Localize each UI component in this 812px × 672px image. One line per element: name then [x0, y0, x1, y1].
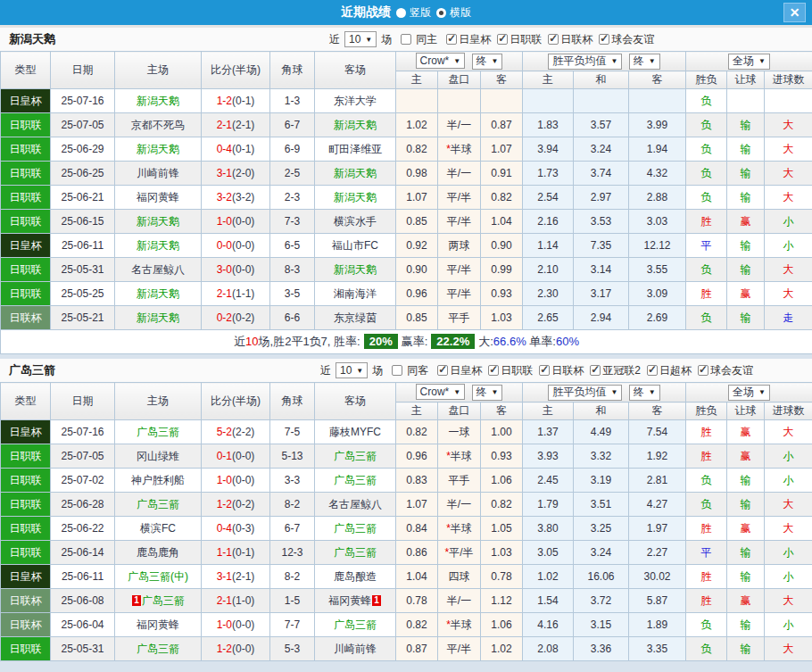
league-checkbox[interactable]	[647, 365, 658, 376]
handicap-result-cell: 输	[727, 234, 765, 258]
mean-away-cell: 7.54	[629, 420, 686, 444]
odds-stage-select[interactable]: 终▼	[472, 385, 503, 401]
odds-away-cell: 1.06	[481, 613, 523, 637]
odds-away-cell: 1.12	[481, 589, 523, 613]
mean-stage-value: 终	[634, 385, 644, 400]
mean-draw-cell: 3.25	[574, 517, 629, 541]
date-cell: 25-07-16	[51, 89, 115, 113]
league-checkbox-label: 球会友谊	[710, 364, 753, 377]
mean-away-cell: 3.35	[629, 637, 686, 661]
team-name-text: 广岛三箭	[137, 498, 179, 510]
league-checkbox[interactable]	[590, 365, 601, 376]
league-checkbox[interactable]	[488, 365, 499, 376]
team-title: 新潟天鹅	[9, 31, 55, 47]
away-team-cell: 广岛三箭	[315, 469, 396, 493]
home-team-cell: 新潟天鹅	[115, 137, 202, 162]
type-cell: 日职联	[1, 113, 51, 137]
col-mean-draw: 和	[574, 71, 629, 89]
mean-select[interactable]: 胜平负均值▼	[548, 385, 622, 401]
recent-count-select[interactable]: 10▼	[336, 362, 368, 378]
away-team-cell: 广岛三箭	[315, 444, 396, 469]
scope-select[interactable]: 全场▼	[728, 385, 770, 401]
mean-home-cell: 1.37	[523, 420, 574, 444]
odds-home-cell: 1.04	[396, 565, 438, 589]
col-score: 比分(半场)	[202, 383, 270, 420]
league-checkbox[interactable]	[539, 365, 550, 376]
line-text: 平/半	[449, 546, 473, 559]
home-team-cell: 京都不死鸟	[115, 113, 202, 137]
away-team-cell: 东洋大学	[315, 89, 396, 113]
goals-result-cell	[765, 89, 812, 113]
home-team-cell: 新潟天鹅	[115, 210, 202, 234]
profit-rate-badge: 22.2%	[431, 334, 475, 349]
half-score: (0-0)	[232, 215, 254, 228]
recent-count-select[interactable]: 10▼	[344, 31, 377, 47]
date-cell: 25-06-15	[51, 210, 115, 234]
mean-stage-select[interactable]: 终▼	[629, 385, 660, 401]
mean-select[interactable]: 胜平负均值▼	[548, 54, 622, 70]
league-checkbox[interactable]	[599, 34, 609, 45]
team-name-text: 新潟天鹅	[137, 215, 179, 228]
league-checkbox[interactable]	[497, 34, 508, 45]
mean-home-cell: 2.10	[523, 258, 574, 282]
mean-away-cell: 30.02	[629, 565, 686, 589]
full-score: 1-2	[217, 95, 232, 107]
team-name-text: 川崎前锋	[137, 167, 179, 179]
away-team-cell: 新潟天鹅	[315, 186, 396, 210]
radio-vertical-icon[interactable]	[396, 8, 406, 18]
col-mean-away: 客	[629, 71, 686, 89]
radio-vertical[interactable]: 竖版	[396, 5, 431, 21]
bookmaker-select[interactable]: Crow*▼	[416, 384, 466, 400]
table-row: 日皇杯25-07-16新潟天鹅1-2(0-1)1-3东洋大学负	[1, 89, 812, 113]
league-checkbox[interactable]	[437, 365, 448, 376]
same-venue-label: 同客	[407, 363, 428, 378]
mean-draw-cell: 3.36	[574, 637, 629, 661]
line-text: 半球	[451, 143, 472, 155]
line-text: 半球	[451, 450, 472, 462]
mean-stage-select[interactable]: 终▼	[629, 54, 660, 70]
score-cell: 3-0(0-0)	[202, 258, 270, 282]
mean-home-cell	[523, 89, 574, 113]
odds-stage-select[interactable]: 终▼	[472, 54, 503, 70]
type-cell: 日职联	[1, 137, 51, 162]
date-cell: 25-05-31	[51, 258, 115, 282]
same-venue-checkbox[interactable]	[392, 365, 402, 376]
away-team-cell: 福冈黄蜂1	[315, 589, 396, 613]
league-checkbox[interactable]	[446, 34, 457, 45]
corners-cell: 6-9	[270, 137, 315, 162]
half-score: (0-0)	[232, 643, 254, 655]
table-row: 日皇杯25-06-11广岛三箭(中)3-1(2-1)8-2鹿岛酿造1.04四球0…	[1, 565, 812, 589]
handicap-result-cell: 输	[727, 113, 765, 137]
home-team-cell: 新潟天鹅	[115, 282, 202, 306]
radio-horizontal[interactable]: 横版	[436, 5, 471, 21]
league-checkbox[interactable]	[548, 34, 559, 45]
mean-group-header: 胜平负均值▼ 终▼	[523, 52, 686, 71]
summary-cell: 近10场,胜2平1负7, 胜率:20%赢率:22.2%大:66.6% 单率:60…	[1, 330, 812, 354]
type-cell: 日职联	[1, 258, 51, 282]
bookmaker-select[interactable]: Crow*▼	[416, 53, 466, 69]
result-cell: 胜	[686, 282, 727, 306]
half-score: (2-0)	[232, 167, 254, 179]
team-section: 广岛三箭 近 10▼ 场 同客 日皇杯日职联日联杯亚冠联2日超杯球会友谊 类型 …	[0, 359, 812, 661]
half-score: (3-2)	[232, 191, 254, 203]
score-cell: 1-0(0-0)	[202, 613, 270, 637]
same-venue-checkbox[interactable]	[401, 34, 411, 45]
odds-stage-value: 终	[476, 54, 487, 69]
odds-line-cell: 平/半	[438, 258, 481, 282]
radio-horizontal-icon[interactable]	[436, 8, 446, 18]
result-cell: 平	[686, 234, 727, 258]
line-text: 半球	[451, 522, 472, 535]
mean-away-cell: 3.55	[629, 258, 686, 282]
close-button[interactable]: ✕	[783, 3, 806, 22]
scope-select[interactable]: 全场▼	[728, 54, 770, 70]
team-name-text: 新潟天鹅	[137, 239, 179, 252]
corners-cell: 6-5	[270, 234, 315, 258]
handicap-result-cell: 输	[727, 137, 765, 162]
mean-away-cell: 2.69	[629, 306, 686, 330]
league-checkbox[interactable]	[698, 365, 708, 376]
mean-draw-cell: 3.32	[574, 444, 629, 469]
score-cell: 0-4(0-3)	[202, 517, 270, 541]
mean-away-cell: 1.92	[629, 444, 686, 469]
mean-away-cell: 2.88	[629, 186, 686, 210]
mean-home-cell: 2.30	[523, 282, 574, 306]
